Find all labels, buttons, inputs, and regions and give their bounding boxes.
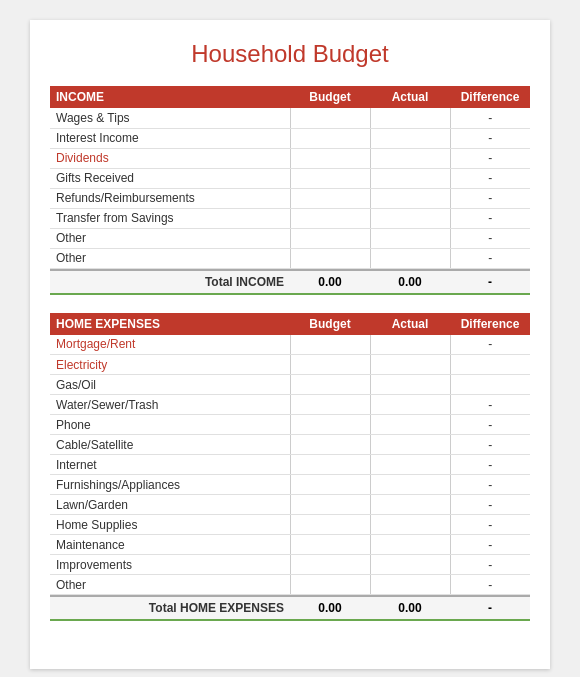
home-expenses-total-row: Total HOME EXPENSES 0.00 0.00 -: [50, 596, 530, 620]
income-row-budget[interactable]: [290, 148, 370, 168]
home-expenses-total-budget: 0.00: [290, 596, 370, 620]
home-expenses-row-diff: -: [450, 555, 530, 575]
home-expenses-row-label: Lawn/Garden: [50, 495, 290, 515]
income-row-budget[interactable]: [290, 248, 370, 268]
home-expenses-row-label: Water/Sewer/Trash: [50, 395, 290, 415]
income-row-actual[interactable]: [370, 168, 450, 188]
home-expenses-row-diff: -: [450, 535, 530, 555]
home-expenses-section: HOME EXPENSES Budget Actual Difference M…: [50, 313, 530, 622]
home-expenses-row-actual[interactable]: [370, 395, 450, 415]
home-expenses-row-label: Improvements: [50, 555, 290, 575]
home-expenses-row-diff: -: [450, 415, 530, 435]
home-expenses-row-actual[interactable]: [370, 435, 450, 455]
home-expenses-row-actual[interactable]: [370, 535, 450, 555]
income-row-budget[interactable]: [290, 108, 370, 128]
home-expenses-row-actual[interactable]: [370, 335, 450, 355]
home-expenses-row-actual[interactable]: [370, 375, 450, 395]
home-expenses-row: Internet -: [50, 455, 530, 475]
income-header-difference: Difference: [450, 86, 530, 108]
home-expenses-row-budget[interactable]: [290, 555, 370, 575]
home-expenses-data-table: Mortgage/Rent - Electricity Gas/Oil Wate…: [50, 335, 530, 596]
income-row-label: Interest Income: [50, 128, 290, 148]
home-expenses-row-actual[interactable]: [370, 555, 450, 575]
income-row-actual[interactable]: [370, 128, 450, 148]
home-expenses-header-label: HOME EXPENSES: [50, 313, 290, 335]
home-expenses-row: Gas/Oil: [50, 375, 530, 395]
income-row-diff: -: [450, 148, 530, 168]
home-expenses-row-budget[interactable]: [290, 575, 370, 595]
income-header-actual: Actual: [370, 86, 450, 108]
income-row: Refunds/Reimbursements -: [50, 188, 530, 208]
home-expenses-row-budget[interactable]: [290, 415, 370, 435]
home-expenses-row: Maintenance -: [50, 535, 530, 555]
home-expenses-row-label: Gas/Oil: [50, 375, 290, 395]
income-row-diff: -: [450, 208, 530, 228]
home-expenses-row-budget[interactable]: [290, 495, 370, 515]
income-total-diff: -: [450, 270, 530, 294]
home-expenses-header-budget: Budget: [290, 313, 370, 335]
income-row-diff: -: [450, 188, 530, 208]
home-expenses-total-actual: 0.00: [370, 596, 450, 620]
home-expenses-row-actual[interactable]: [370, 455, 450, 475]
income-row-diff: -: [450, 248, 530, 268]
income-total-budget: 0.00: [290, 270, 370, 294]
home-expenses-row-diff: -: [450, 455, 530, 475]
income-total-label: Total INCOME: [50, 270, 290, 294]
home-expenses-row-budget[interactable]: [290, 535, 370, 555]
income-row-budget[interactable]: [290, 188, 370, 208]
income-row: Transfer from Savings -: [50, 208, 530, 228]
income-header-budget: Budget: [290, 86, 370, 108]
home-expenses-header-table: HOME EXPENSES Budget Actual Difference: [50, 313, 530, 335]
home-expenses-row-budget[interactable]: [290, 355, 370, 375]
home-expenses-row-actual[interactable]: [370, 355, 450, 375]
home-expenses-row-budget[interactable]: [290, 475, 370, 495]
income-row-diff: -: [450, 168, 530, 188]
home-expenses-row-budget[interactable]: [290, 515, 370, 535]
home-expenses-row-budget[interactable]: [290, 395, 370, 415]
income-data-table: Wages & Tips - Interest Income - Dividen…: [50, 108, 530, 269]
income-row-actual[interactable]: [370, 208, 450, 228]
home-expenses-row: Electricity: [50, 355, 530, 375]
page-container: Household Budget INCOME Budget Actual Di…: [30, 20, 550, 669]
income-row-label: Refunds/Reimbursements: [50, 188, 290, 208]
home-expenses-row-diff: -: [450, 515, 530, 535]
income-row-actual[interactable]: [370, 248, 450, 268]
income-row: Other -: [50, 248, 530, 268]
income-row-budget[interactable]: [290, 128, 370, 148]
home-expenses-row-budget[interactable]: [290, 335, 370, 355]
income-row-actual[interactable]: [370, 148, 450, 168]
home-expenses-row-diff: -: [450, 475, 530, 495]
income-row-diff: -: [450, 128, 530, 148]
home-expenses-row-diff: -: [450, 335, 530, 355]
income-row-actual[interactable]: [370, 108, 450, 128]
income-row: Interest Income -: [50, 128, 530, 148]
income-row-label: Wages & Tips: [50, 108, 290, 128]
home-expenses-row-actual[interactable]: [370, 475, 450, 495]
home-expenses-row-label: Internet: [50, 455, 290, 475]
income-row: Wages & Tips -: [50, 108, 530, 128]
income-row-actual[interactable]: [370, 228, 450, 248]
home-expenses-row-budget[interactable]: [290, 435, 370, 455]
home-expenses-row: Lawn/Garden -: [50, 495, 530, 515]
income-header-label: INCOME: [50, 86, 290, 108]
home-expenses-row-actual[interactable]: [370, 495, 450, 515]
income-row: Gifts Received -: [50, 168, 530, 188]
income-row: Other -: [50, 228, 530, 248]
home-expenses-row-budget[interactable]: [290, 375, 370, 395]
home-expenses-row-label: Cable/Satellite: [50, 435, 290, 455]
income-row-budget[interactable]: [290, 228, 370, 248]
home-expenses-row-budget[interactable]: [290, 455, 370, 475]
income-section: INCOME Budget Actual Difference Wages & …: [50, 86, 530, 295]
home-expenses-row-actual[interactable]: [370, 515, 450, 535]
home-expenses-row-actual[interactable]: [370, 415, 450, 435]
income-row-budget[interactable]: [290, 208, 370, 228]
home-expenses-row: Other -: [50, 575, 530, 595]
home-expenses-row-label: Electricity: [50, 355, 290, 375]
income-row-actual[interactable]: [370, 188, 450, 208]
home-expenses-total-label: Total HOME EXPENSES: [50, 596, 290, 620]
home-expenses-row-label: Phone: [50, 415, 290, 435]
income-row-budget[interactable]: [290, 168, 370, 188]
home-expenses-row-label: Mortgage/Rent: [50, 335, 290, 355]
income-total-table: Total INCOME 0.00 0.00 -: [50, 269, 530, 295]
home-expenses-row-actual[interactable]: [370, 575, 450, 595]
